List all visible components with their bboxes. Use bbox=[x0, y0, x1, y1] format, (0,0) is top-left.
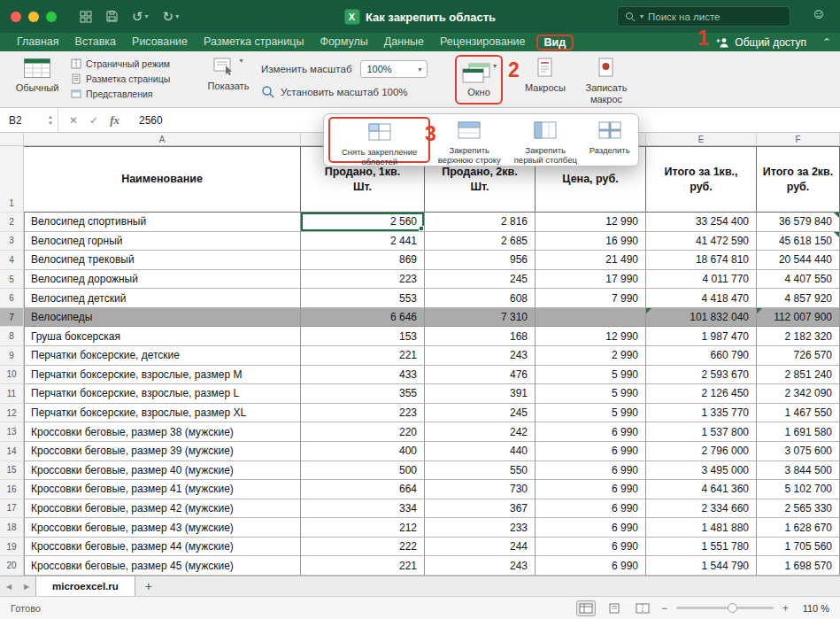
row-header-11[interactable]: 11 bbox=[0, 384, 24, 404]
cell-E17[interactable]: 2 334 660 bbox=[646, 499, 757, 519]
cell-C17[interactable]: 367 bbox=[425, 499, 536, 519]
cell-B4[interactable]: 869 bbox=[301, 251, 425, 270]
cell-A8[interactable]: Груша боксерская bbox=[24, 327, 301, 346]
undo-button[interactable]: ↺▾ bbox=[132, 10, 149, 23]
fullscreen-window-button[interactable] bbox=[46, 12, 57, 22]
cell-B6[interactable]: 553 bbox=[301, 289, 425, 308]
zoom-slider[interactable] bbox=[676, 607, 774, 609]
zoom-out-icon[interactable]: − bbox=[661, 602, 667, 615]
cell-D5[interactable]: 17 990 bbox=[536, 270, 646, 290]
cell-E9[interactable]: 660 790 bbox=[646, 346, 757, 366]
cell-D10[interactable]: 5 990 bbox=[536, 366, 646, 385]
name-box-stepper[interactable]: ▲ ▼ bbox=[48, 114, 53, 126]
cell-C2[interactable]: 2 816 bbox=[425, 213, 536, 232]
menu-item-split[interactable]: Разделить bbox=[585, 117, 634, 163]
cell-D16[interactable]: 6 990 bbox=[536, 480, 646, 499]
cell-A3[interactable]: Велосипед горный bbox=[24, 232, 301, 251]
cell-B12[interactable]: 223 bbox=[301, 404, 425, 423]
cell-F16[interactable]: 5 102 700 bbox=[757, 480, 840, 499]
normal-view-button[interactable]: Обычный bbox=[9, 57, 66, 94]
tab-draw[interactable]: Рисование bbox=[124, 33, 196, 51]
cell-F5[interactable]: 4 407 550 bbox=[757, 270, 840, 290]
menu-item-freeze-first-column[interactable]: Закрепить первый столбец bbox=[508, 117, 582, 163]
menu-item-freeze-top-row[interactable]: Закрепить верхнюю строку bbox=[433, 117, 505, 163]
cell-F7[interactable]: 112 007 900 bbox=[757, 308, 840, 328]
cell-E18[interactable]: 1 481 880 bbox=[646, 518, 757, 538]
cell-A4[interactable]: Велосипед трековый bbox=[24, 251, 301, 270]
cell-E5[interactable]: 4 011 770 bbox=[646, 270, 757, 290]
cell-F6[interactable]: 4 857 920 bbox=[757, 289, 840, 308]
cell-F18[interactable]: 1 628 670 bbox=[757, 518, 840, 538]
cell-D4[interactable]: 21 490 bbox=[536, 251, 646, 270]
show-button[interactable]: ▾ Показать bbox=[200, 57, 257, 92]
cell-C6[interactable]: 608 bbox=[425, 289, 536, 308]
cell-D9[interactable]: 2 990 bbox=[536, 346, 646, 366]
formula-input[interactable]: 2560 bbox=[130, 108, 163, 132]
row-header-17[interactable]: 17 bbox=[0, 499, 24, 519]
select-all-corner[interactable] bbox=[0, 133, 24, 145]
cell-D12[interactable]: 5 990 bbox=[536, 404, 646, 423]
name-box[interactable]: B2 ▲ ▼ bbox=[0, 108, 58, 132]
cell-E4[interactable]: 18 674 810 bbox=[646, 251, 757, 270]
column-header-F[interactable]: F bbox=[757, 133, 840, 145]
cell-B19[interactable]: 222 bbox=[301, 538, 425, 557]
record-macro-button[interactable]: Записать макрос bbox=[575, 57, 637, 104]
row-header-19[interactable]: 19 bbox=[0, 538, 24, 557]
cell-F8[interactable]: 2 182 320 bbox=[757, 327, 840, 346]
cell-C20[interactable]: 243 bbox=[425, 556, 536, 576]
cell-B16[interactable]: 664 bbox=[301, 480, 425, 499]
normal-view-status-button[interactable] bbox=[576, 600, 596, 616]
redo-button[interactable]: ↻▾ bbox=[163, 10, 180, 23]
cell-B9[interactable]: 221 bbox=[301, 346, 425, 366]
cell-A17[interactable]: Кроссовки беговые, размер 42 (мужские) bbox=[24, 499, 301, 519]
cell-C9[interactable]: 243 bbox=[425, 346, 536, 366]
zoom-100-button[interactable]: Установить масштаб 100% bbox=[261, 85, 408, 99]
cell-C15[interactable]: 550 bbox=[425, 461, 536, 481]
cell-D2[interactable]: 12 990 bbox=[536, 213, 646, 232]
sheet-tab-microexcel[interactable]: microexcel.ru bbox=[35, 576, 135, 596]
tab-overview-icon[interactable] bbox=[80, 11, 92, 23]
row-header-10[interactable]: 10 bbox=[0, 366, 24, 385]
cell-B13[interactable]: 220 bbox=[301, 422, 425, 442]
cell-D14[interactable]: 6 990 bbox=[536, 442, 646, 461]
cell-A6[interactable]: Велосипед детский bbox=[24, 289, 301, 308]
tab-insert[interactable]: Вставка bbox=[67, 33, 124, 51]
cell-C13[interactable]: 242 bbox=[425, 422, 536, 442]
confirm-entry-icon[interactable]: ✓ bbox=[89, 114, 98, 127]
sheet-nav-prev-icon[interactable]: ◀ bbox=[0, 576, 18, 596]
cell-C18[interactable]: 233 bbox=[425, 518, 536, 538]
cell-D3[interactable]: 16 990 bbox=[536, 232, 646, 251]
cell-E8[interactable]: 1 987 470 bbox=[646, 327, 757, 346]
cell-E12[interactable]: 1 335 770 bbox=[646, 404, 757, 423]
cell-A2[interactable]: Велосипед спортивный bbox=[24, 213, 301, 232]
cell-D6[interactable]: 7 990 bbox=[536, 289, 646, 308]
cell-B18[interactable]: 212 bbox=[301, 518, 425, 538]
macros-button[interactable]: Макросы bbox=[520, 57, 570, 94]
feedback-smiley-icon[interactable]: ☺ bbox=[812, 7, 826, 21]
cell-A10[interactable]: Перчатки боксерские, взрослые, размер M bbox=[24, 366, 301, 385]
cell-C14[interactable]: 440 bbox=[425, 442, 536, 461]
cell-E20[interactable]: 1 544 790 bbox=[646, 556, 757, 576]
cell-A7[interactable]: Велосипеды bbox=[24, 308, 301, 328]
row-header-8[interactable]: 8 bbox=[0, 327, 24, 346]
tab-data[interactable]: Данные bbox=[376, 33, 432, 51]
cell-B10[interactable]: 433 bbox=[301, 366, 425, 385]
row-header-15[interactable]: 15 bbox=[0, 461, 24, 481]
cell-D20[interactable]: 6 990 bbox=[536, 556, 646, 576]
row-header-13[interactable]: 13 bbox=[0, 422, 24, 442]
sheet-search-input[interactable]: ▾ Поиск на листе bbox=[617, 6, 790, 27]
cell-A14[interactable]: Кроссовки беговые, размер 39 (мужские) bbox=[24, 442, 301, 461]
cell-B15[interactable]: 500 bbox=[301, 461, 425, 481]
cell-D13[interactable]: 6 990 bbox=[536, 422, 646, 442]
cell-B5[interactable]: 223 bbox=[301, 270, 425, 290]
column-header-A[interactable]: A bbox=[24, 133, 301, 145]
cell-F10[interactable]: 2 851 240 bbox=[757, 366, 840, 385]
cell-B2[interactable]: 2 560 bbox=[301, 213, 425, 232]
cancel-entry-icon[interactable]: ✕ bbox=[69, 114, 78, 127]
cell-D11[interactable]: 5 990 bbox=[536, 384, 646, 404]
cell-E7[interactable]: 101 832 040 bbox=[646, 308, 757, 328]
cell-C10[interactable]: 476 bbox=[425, 366, 536, 385]
cell-A13[interactable]: Кроссовки беговые, размер 38 (мужские) bbox=[24, 422, 301, 442]
cell-A19[interactable]: Кроссовки беговые, размер 44 (мужские) bbox=[24, 538, 301, 557]
row-header-12[interactable]: 12 bbox=[0, 404, 24, 423]
